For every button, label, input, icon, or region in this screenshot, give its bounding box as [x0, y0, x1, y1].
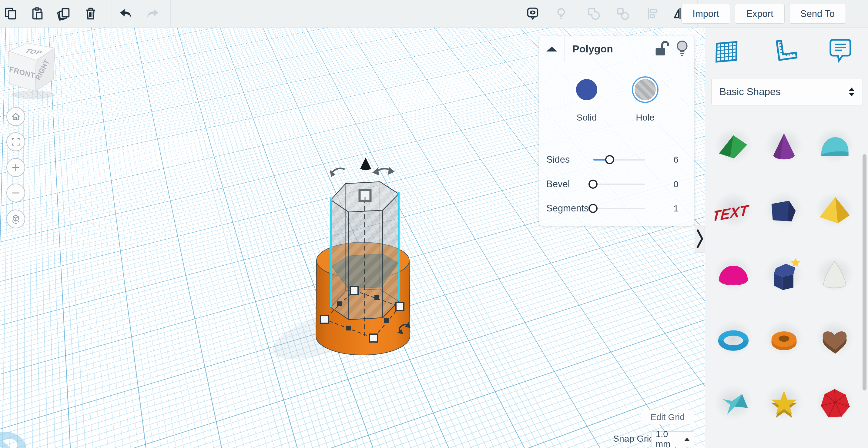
duplicate-icon[interactable] — [56, 6, 71, 21]
svg-text:TEXT: TEXT — [715, 201, 750, 225]
view-cube[interactable]: TOP FRONT RIGHT — [4, 40, 65, 103]
solid-label: Solid — [562, 112, 611, 123]
shape-scribble[interactable] — [759, 179, 809, 244]
workplane-tool-icon[interactable] — [713, 36, 743, 66]
shape-pyramid[interactable] — [809, 179, 860, 244]
notes-tool-icon[interactable] — [825, 36, 856, 66]
toolbar-separator — [640, 0, 640, 27]
slider-knob[interactable] — [605, 155, 614, 164]
polygon-3d-icon — [765, 257, 803, 295]
icosahedron-3d-icon — [816, 385, 854, 423]
shapes-sidebar: Basic Shapes TEXT — [705, 28, 868, 448]
copy-icon[interactable] — [3, 6, 18, 21]
snap-grid-dropdown[interactable]: 1.0 mm — [651, 432, 694, 447]
bevel-slider-row: Bevel 0 — [539, 177, 694, 191]
chevron-right-icon — [697, 230, 702, 248]
paste-icon[interactable] — [30, 6, 45, 21]
perspective-toggle-button[interactable] — [6, 210, 25, 229]
shape-half-sphere[interactable] — [708, 244, 759, 308]
import-button[interactable]: Import — [681, 4, 731, 24]
height-handle[interactable] — [360, 158, 371, 170]
group-icon[interactable] — [586, 6, 601, 21]
toolbar-separator — [580, 0, 580, 27]
view-cube-shadow — [11, 91, 55, 99]
sides-label: Sides — [546, 154, 570, 165]
ungroup-icon[interactable] — [615, 6, 630, 21]
collapse-icon — [546, 47, 557, 51]
shape-gallery: TEXT — [708, 115, 860, 448]
unlock-icon[interactable] — [654, 41, 670, 57]
segments-slider[interactable] — [593, 208, 645, 209]
shape-icosahedron[interactable] — [809, 372, 860, 436]
shape-round-roof[interactable] — [809, 115, 860, 179]
toolbar-separator — [112, 0, 112, 27]
shape-heart[interactable] — [809, 308, 860, 372]
shape-torus[interactable] — [708, 308, 759, 372]
fit-view-button[interactable] — [6, 132, 25, 151]
shape-four-point-star[interactable] — [708, 372, 759, 436]
align-icon[interactable] — [645, 6, 660, 21]
featured-star-badge — [791, 258, 800, 267]
inspector-header: Polygon — [539, 36, 694, 62]
ruler-tool-icon[interactable] — [770, 36, 800, 66]
delete-icon[interactable] — [83, 6, 98, 21]
category-label: Basic Shapes — [719, 86, 848, 98]
torus-3d-icon — [715, 321, 752, 359]
top-toolbar: Import Export Send To — [0, 0, 868, 28]
segments-slider-row: Segments 1 — [539, 202, 694, 215]
hole-option-selected[interactable] — [633, 77, 657, 102]
text-3d-icon: TEXT — [715, 193, 752, 230]
tube-3d-icon — [765, 321, 803, 359]
bevel-value: 0 — [673, 179, 679, 189]
shape-roof[interactable] — [708, 115, 759, 179]
inspector-title: Polygon — [564, 43, 654, 55]
snap-grid-value: 1.0 mm — [656, 429, 684, 448]
light-icon[interactable] — [554, 6, 569, 21]
shape-cone[interactable] — [759, 115, 809, 179]
shape-text[interactable]: TEXT — [708, 179, 759, 244]
four-point-star-3d-icon — [715, 385, 752, 423]
pyramid-3d-icon — [816, 193, 854, 230]
slider-knob[interactable] — [588, 204, 597, 213]
sides-value: 6 — [673, 154, 679, 165]
bulb-icon[interactable] — [674, 41, 690, 57]
home-view-button[interactable] — [6, 107, 25, 126]
round-roof-3d-icon — [816, 129, 854, 166]
rotate-handle-left[interactable] — [330, 168, 345, 177]
heart-3d-icon — [816, 321, 854, 359]
rotate-handle-right[interactable] — [372, 167, 395, 175]
collapse-panel-button[interactable] — [539, 36, 564, 62]
solid-option[interactable] — [575, 77, 599, 102]
send-to-button[interactable]: Send To — [789, 4, 846, 24]
grouping-tool-group — [586, 0, 630, 27]
redo-icon[interactable] — [146, 6, 161, 21]
shape-star[interactable] — [759, 372, 809, 436]
divider — [539, 139, 694, 139]
collapse-sidebar-tab[interactable] — [694, 225, 705, 253]
shape-paraboloid[interactable] — [809, 244, 860, 308]
scribble-3d-icon — [765, 193, 803, 230]
shape-tube[interactable] — [759, 308, 809, 372]
sidebar-scrollbar[interactable] — [863, 154, 867, 390]
sides-slider[interactable] — [593, 159, 645, 161]
export-button[interactable]: Export — [735, 4, 785, 24]
shape-category-dropdown[interactable]: Basic Shapes — [711, 78, 863, 105]
clipboard-tool-group — [3, 0, 98, 27]
bevel-slider[interactable] — [593, 183, 645, 185]
zoom-in-button[interactable] — [6, 158, 25, 177]
slider-knob[interactable] — [588, 180, 597, 189]
show-hidden-icon[interactable] — [525, 6, 540, 21]
edit-grid-button[interactable]: Edit Grid — [641, 410, 694, 424]
dropdown-up-icon — [684, 438, 690, 441]
snap-grid-label: Snap Grid — [613, 434, 654, 444]
cone-3d-icon — [765, 129, 803, 166]
undo-icon[interactable] — [118, 6, 133, 21]
zoom-out-button[interactable] — [6, 183, 25, 202]
roof-3d-icon — [715, 129, 752, 166]
shape-polygon[interactable] — [759, 244, 809, 308]
file-actions: Import Export Send To — [681, 4, 846, 24]
half-sphere-3d-icon — [715, 257, 752, 295]
toolbar-separator — [170, 0, 171, 27]
bevel-label: Bevel — [546, 179, 570, 189]
shape-half-sphere-gray[interactable] — [708, 436, 759, 448]
